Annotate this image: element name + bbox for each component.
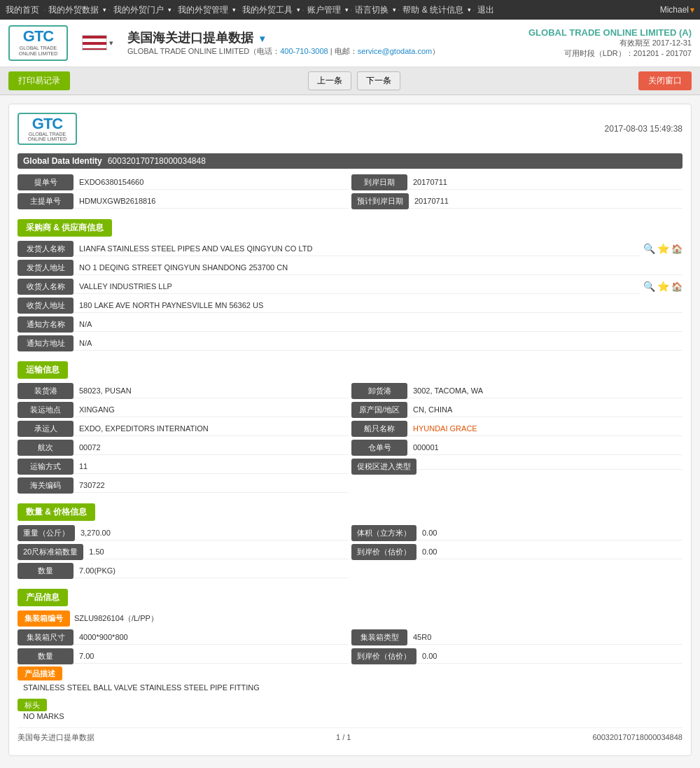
shipper-search-icon[interactable]: 🔍 [643, 243, 655, 254]
page-title-area: 美国海关进口提单数据 ▾ GLOBAL TRADE ONLINE LIMITED… [127, 29, 528, 57]
top-navigation: 我的首页 · 我的外贸数据▾ · 我的外贸门户▾ · 我的外贸管理▾ · 我的外… [0, 0, 700, 20]
quantity-section-header: 数量 & 价格信息 [18, 503, 95, 521]
print-button[interactable]: 打印易记录 [8, 71, 70, 90]
product-price-row: 到岸价（估价） 0.00 [351, 648, 682, 664]
bill-no-label: 提单号 [18, 174, 74, 190]
top-toolbar: 打印易记录 上一条 下一条 关闭窗口 [0, 67, 700, 95]
phone-link[interactable]: 400-710-3008 [280, 47, 328, 55]
container-size-label: 集装箱尺寸 [18, 629, 74, 645]
ldr-info: 可用时段（LDR）：201201 - 201707 [528, 48, 692, 59]
customs-code-label: 海关编码 [18, 477, 74, 494]
master-bill-label: 主提单号 [18, 193, 74, 209]
nav-logout[interactable]: 退出 [477, 4, 497, 16]
master-bill-row: 主提单号 HDMUXGWB2618816 [18, 193, 349, 209]
gdi-row: Global Data Identity 6003201707180000348… [18, 153, 682, 169]
nav-language[interactable]: 语言切换▾ [355, 4, 396, 16]
logo-area: GTC GLOBAL TRADEONLINE LIMITED [8, 25, 68, 61]
nav-account[interactable]: 账户管理▾ [307, 4, 349, 16]
quantity-fields: 重量（公斤） 3,270.00 体积（立方米） 0.00 20尺标准箱数量 1.… [18, 525, 682, 579]
voyage-label: 航次 [18, 440, 74, 456]
notify-name-value: N/A [74, 317, 682, 332]
container-type-value: 45R0 [407, 630, 682, 645]
nav-portal[interactable]: 我的外贸门户▾ [113, 4, 172, 16]
nav-tools[interactable]: 我的外贸工具▾ [242, 4, 300, 16]
product-price-label: 到岸价（估价） [351, 648, 416, 664]
arrival-date-row: 到岸日期 20170711 [351, 174, 682, 190]
ftz-value [416, 463, 682, 470]
shipper-icons: 🔍 ⭐ 🏠 [643, 243, 682, 254]
carrier-row: 承运人 EXDO, EXPEDITORS INTERNATION [18, 421, 349, 437]
qty-label: 数量 [18, 563, 74, 579]
shipper-name-value: LIANFA STAINLESS STEEL PIPES AND VALES Q… [74, 242, 640, 256]
container-type-label: 集装箱类型 [351, 629, 407, 645]
footer-data-source: 美国每关进口提单数据 [18, 732, 94, 743]
nav-management[interactable]: 我的外贸管理▾ [178, 4, 236, 16]
email-link[interactable]: service@gtodata.com [358, 47, 433, 55]
shipper-star-icon[interactable]: ⭐ [657, 243, 669, 254]
consignee-icons: 🔍 ⭐ 🏠 [643, 281, 682, 292]
arrival-date-value: 20170711 [407, 175, 682, 190]
origin-value: CN, CHINA [407, 403, 682, 417]
vessel-row: 船只名称 HYUNDAI GRACE [351, 421, 682, 437]
vessel-label: 船只名称 [351, 421, 407, 437]
account-name: GLOBAL TRADE ONLINE LIMITED (A) [528, 27, 692, 38]
bill-fields: 提单号 EXDO6380154660 到岸日期 20170711 主提单号 HD… [18, 174, 682, 209]
detail-card: GTC GLOBAL TRADEONLINE LIMITED 2017-08-0… [8, 104, 692, 756]
us-flag [82, 35, 107, 50]
shipper-addr-value: NO 1 DEQING STREET QINGYUN SHANDONG 2537… [74, 260, 682, 275]
transport-mode-label: 运输方式 [18, 459, 74, 475]
flag-selector[interactable]: ▾ [82, 35, 113, 50]
prev-button[interactable]: 上一条 [308, 71, 351, 90]
bill-no-row: 提单号 EXDO6380154660 [18, 174, 349, 190]
notify-addr-label: 通知方地址 [18, 335, 74, 351]
nav-home[interactable]: 我的首页 [6, 4, 42, 16]
discharge-port-label: 卸货港 [351, 383, 407, 399]
next-button[interactable]: 下一条 [357, 71, 400, 90]
shipper-home-icon[interactable]: 🏠 [671, 244, 682, 254]
product-section-header: 产品信息 [18, 589, 68, 606]
product-price-value: 0.00 [416, 649, 682, 664]
transport-mode-value: 11 [74, 459, 349, 474]
page-subtitle: GLOBAL TRADE ONLINE LIMITED（电话：400-710-3… [127, 46, 528, 57]
warehouse-label: 仓单号 [351, 440, 407, 456]
close-button[interactable]: 关闭窗口 [638, 71, 692, 90]
arrival-date-label: 到岸日期 [351, 174, 407, 190]
carrier-label: 承运人 [18, 421, 74, 437]
discharge-port-value: 3002, TACOMA, WA [407, 384, 682, 398]
notify-name-label: 通知方名称 [18, 316, 74, 333]
loading-port-row: 装货港 58023, PUSAN [18, 383, 349, 399]
loading-port-value: 58023, PUSAN [74, 384, 349, 398]
consignee-star-icon[interactable]: ⭐ [657, 281, 669, 292]
weight-label: 重量（公斤） [18, 525, 75, 541]
warehouse-value: 000001 [407, 440, 682, 455]
nav-help[interactable]: 帮助 & 统计信息▾ [402, 4, 471, 16]
container20-value: 1.50 [83, 545, 349, 559]
product-desc-label: 产品描述 [18, 666, 62, 680]
page-title: 美国海关进口提单数据 ▾ [127, 29, 528, 46]
consignee-addr-row: 收货人地址 180 LAKE AVE NORTH PAYNESVILLE MN … [18, 298, 682, 314]
warehouse-row: 仓单号 000001 [351, 440, 682, 456]
est-arrival-value: 20170711 [409, 194, 682, 209]
qty-row: 数量 7.00(PKG) [18, 563, 349, 579]
customs-code-row: 海关编码 730722 [18, 477, 349, 494]
consignee-name-value: VALLEY INDUSTRIES LLP [74, 279, 640, 294]
product-qty-label: 数量 [18, 648, 74, 664]
product-qty-row: 数量 7.00 [18, 648, 349, 664]
nav-trade-data[interactable]: 我的外贸数据▾ [48, 4, 106, 16]
voyage-row: 航次 00072 [18, 440, 349, 456]
product-desc-area: 产品描述 [18, 669, 682, 679]
container-no-row: 集装箱编号 SZLU9826104（/L/PP） [18, 610, 682, 627]
user-name: Michael [660, 5, 689, 15]
loading-place-value: XINGANG [74, 403, 349, 417]
gdi-value: 600320170718000034848 [108, 156, 206, 166]
customs-code-value: 730722 [74, 478, 349, 493]
footer-page-info: 1 / 1 [336, 733, 351, 741]
consignee-home-icon[interactable]: 🏠 [671, 281, 682, 292]
loading-place-row: 装运地点 XINGANG [18, 402, 349, 418]
bill-no-value: EXDO6380154660 [74, 175, 349, 190]
page-header: GTC GLOBAL TRADEONLINE LIMITED ▾ 美国海关进口提… [0, 20, 700, 67]
container-no-label: 集装箱编号 [18, 610, 70, 627]
shipper-addr-row: 发货人地址 NO 1 DEQING STREET QINGYUN SHANDON… [18, 260, 682, 276]
consignee-addr-label: 收货人地址 [18, 298, 74, 314]
consignee-search-icon[interactable]: 🔍 [643, 281, 655, 292]
